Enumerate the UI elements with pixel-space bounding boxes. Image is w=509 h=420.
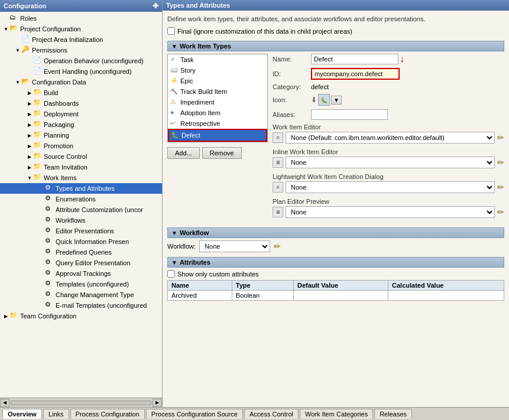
toggle-permissions[interactable] [14, 47, 21, 53]
attr-row-archived[interactable]: Archived Boolean [168, 291, 504, 301]
tab-overview[interactable]: Overview [2, 409, 42, 419]
icon-download-icon[interactable]: ⬇ [311, 96, 317, 104]
tab-process-config-source[interactable]: Process Configuration Source [146, 409, 243, 419]
tree-item-project-config[interactable]: 📂 Project Configuration [0, 24, 162, 34]
tree-item-work-items[interactable]: 📁 Work Items [0, 172, 162, 183]
tree-item-permissions[interactable]: 🔑 Permissions [0, 45, 162, 56]
tree-item-workflows[interactable]: ⚙ Workflows [0, 215, 162, 226]
toggle-pack[interactable] [26, 122, 33, 128]
inline-editor-select[interactable]: None [286, 157, 495, 168]
attr-default-archived [293, 291, 388, 301]
sc-label: Source Control [44, 153, 87, 160]
tree-item-change-mgmt[interactable]: ⚙ Change Management Type [0, 289, 162, 300]
scroll-bar[interactable] [11, 401, 151, 405]
toggle-cd[interactable] [14, 79, 21, 85]
work-item-editor-pencil[interactable]: ✏ [497, 133, 504, 142]
scroll-right-btn[interactable]: ▶ [153, 399, 162, 407]
tree-item-email-templates[interactable]: ⚙ E-mail Templates (unconfigured [0, 300, 162, 311]
attributes-section-header[interactable]: ▼ Attributes [167, 257, 504, 268]
add-icon[interactable]: ✚ [153, 2, 158, 10]
toggle-ti[interactable] [26, 164, 33, 170]
plan-editor-pencil[interactable]: ✏ [497, 207, 504, 217]
tree-item-operation-behavior[interactable]: 📄 Operation Behavior (unconfigured) [0, 56, 162, 66]
tree-item-team-config[interactable]: 📁 Team Configuration [0, 311, 162, 321]
tri-down-4 [27, 175, 32, 181]
qi-label: Quick Information Presen [56, 238, 129, 245]
detail-aliases-input[interactable] [311, 109, 388, 120]
detail-id-input[interactable] [311, 68, 400, 80]
wf-icon: ⚙ [45, 216, 54, 225]
toggle-wi[interactable] [26, 175, 33, 181]
tri-right-2 [28, 100, 31, 106]
wi-impediment-item[interactable]: Impediment [168, 97, 267, 108]
plan-editor-select[interactable]: None [286, 206, 495, 218]
tree-item-roles[interactable]: 🗂 Roles [0, 13, 162, 24]
wi-adoption-item[interactable]: Adoption Item [168, 108, 267, 118]
remove-button[interactable]: Remove [202, 147, 242, 159]
workflow-section-header[interactable]: ▼ Workflow [167, 227, 504, 238]
toggle-project-config[interactable] [2, 26, 9, 32]
wi-task-item[interactable]: Task [168, 54, 267, 65]
lightweight-dialog-select[interactable]: None [286, 181, 495, 193]
tree-item-event-handling[interactable]: 📄 Event Handling (unconfigured) [0, 66, 162, 77]
detail-name-input[interactable] [311, 54, 398, 64]
lightweight-dialog-pencil[interactable]: ✏ [497, 183, 504, 192]
eh-icon: 📄 [33, 67, 43, 76]
toggle-plan[interactable] [26, 132, 33, 138]
icon-box[interactable]: 🐛 [318, 94, 330, 106]
ep-label: Editor Presentations [56, 227, 114, 235]
tree-item-editor-presentations[interactable]: ⚙ Editor Presentations [0, 226, 162, 236]
tree-item-templates[interactable]: ⚙ Templates (unconfigured) [0, 279, 162, 289]
toggle-build[interactable] [26, 90, 33, 96]
tree-item-query-editor[interactable]: ⚙ Query Editor Presentation [0, 258, 162, 268]
tree-item-build[interactable]: 📁 Build [0, 87, 162, 98]
tree-item-packaging[interactable]: 📁 Packaging [0, 119, 162, 130]
toggle-dash[interactable] [26, 100, 33, 106]
tree-item-dashboards[interactable]: 📁 Dashboards [0, 98, 162, 109]
tree-item-enumerations[interactable]: ⚙ Enumerations [0, 194, 162, 204]
attributes-section-title: Attributes [180, 259, 210, 266]
work-item-types-section-header[interactable]: ▼ Work Item Types [167, 41, 504, 51]
workflow-select[interactable]: None [199, 240, 270, 252]
toggle-promo[interactable] [26, 143, 33, 149]
toggle-tc[interactable] [2, 313, 9, 319]
plan-editor-section: Plan Editor Preview 🖥 None ✏ [273, 198, 504, 218]
tab-releases[interactable]: Releases [374, 409, 412, 419]
show-custom-checkbox[interactable] [167, 270, 175, 278]
wi-icon: 📁 [33, 173, 43, 183]
right-panel: Types and Attributes Define work item ty… [163, 0, 509, 407]
wi-defect-item[interactable]: Defect [168, 129, 267, 142]
tab-access-control-label: Access Control [249, 411, 293, 418]
tree-item-config-data[interactable]: 📂 Configuration Data [0, 77, 162, 87]
tab-links[interactable]: Links [43, 409, 69, 419]
tree-item-attr-custom[interactable]: ⚙ Attribute Customization (uncor [0, 204, 162, 215]
tree-item-quick-info[interactable]: ⚙ Quick Information Presen [0, 236, 162, 247]
add-button[interactable]: Add... [167, 147, 200, 159]
wi-retrospective-item[interactable]: Retrospective [168, 118, 267, 129]
work-item-editor-select[interactable]: None (Default: com.ibm.team.workitem.edi… [286, 132, 495, 144]
tree-item-approval-trackings[interactable]: ⚙ Approval Trackings [0, 268, 162, 279]
tree-item-promotion[interactable]: 📁 Promotion [0, 141, 162, 151]
tab-work-item-categories[interactable]: Work Item Categories [300, 409, 373, 419]
tree-item-team-invitation[interactable]: 📁 Team Invitation [0, 162, 162, 172]
task-label: Task [180, 56, 194, 63]
tree-item-types-attributes[interactable]: ⚙ Types and Attributes [0, 183, 162, 194]
tab-process-config[interactable]: Process Configuration [70, 409, 145, 419]
tree-item-predefined-queries[interactable]: ⚙ Predefined Queries [0, 247, 162, 258]
tree-item-project-area-init[interactable]: 📄 Project Area Initialization [0, 34, 162, 45]
final-checkbox[interactable] [167, 27, 175, 35]
tree-item-planning[interactable]: 📁 Planning [0, 130, 162, 141]
tab-access-control[interactable]: Access Control [244, 409, 299, 419]
pai-label: Project Area Initialization [32, 36, 103, 43]
scroll-left-btn[interactable]: ◀ [0, 399, 9, 407]
wi-trackbuild-item[interactable]: Track Build Item [168, 86, 267, 97]
workflow-pencil[interactable]: ✏ [274, 242, 281, 251]
inline-editor-pencil[interactable]: ✏ [497, 158, 504, 167]
tree-item-deployment[interactable]: 📁 Deployment [0, 109, 162, 119]
wi-story-item[interactable]: Story [168, 65, 267, 76]
wi-epic-item[interactable]: Epic [168, 76, 267, 86]
toggle-sc[interactable] [26, 154, 33, 159]
tree-item-source-control[interactable]: 📁 Source Control [0, 151, 162, 162]
toggle-deploy[interactable] [26, 111, 33, 117]
icon-dropdown-btn[interactable]: ▼ [331, 96, 342, 105]
